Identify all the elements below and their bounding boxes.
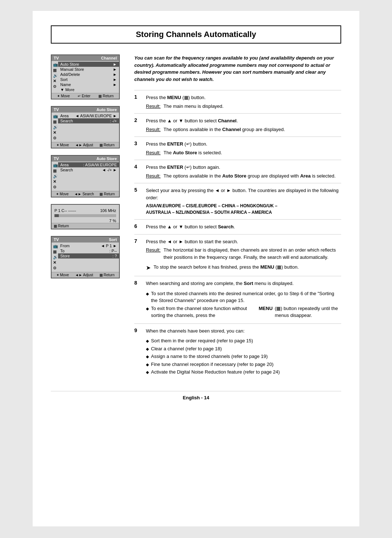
menu3-footer: ✦ Move ◄► Search ▦ Return <box>52 191 119 197</box>
step-6-main: Press the ▲ or ▼ button to select Search… <box>146 224 235 229</box>
menu1-footer: ✦ Move ↵ Enter ▦ Return <box>52 93 119 99</box>
step-7-main: Press the ◄ or ► button to start the sea… <box>146 239 238 244</box>
step-1-main: Press the MENU (▦) button. <box>146 95 205 100</box>
step-2-content: Press the ▲ or ▼ button to select Channe… <box>146 117 341 133</box>
icon-x: ✕ <box>53 79 57 83</box>
step-2-result: Result: The options available in the Cha… <box>146 126 341 133</box>
icon-tv2: 📺 <box>53 114 57 119</box>
menu5-row-to: To: P-- <box>58 248 119 253</box>
step-9-number: 9 <box>134 327 142 376</box>
step-8-content: When searching and storing are complete,… <box>146 280 341 320</box>
step-9-main: When the channels have been stored, you … <box>146 328 245 334</box>
step-1-content: Press the MENU (▦) button. Result: The m… <box>146 94 341 110</box>
step-7-note: ➤ To stop the search before it has finis… <box>146 264 341 272</box>
menu3-header: TV Auto Store <box>52 156 119 162</box>
step-7: 7 Press the ◄ or ► button to start the s… <box>134 234 341 276</box>
menu2-body: 📺 ▦ 🔊 ✕ ⚙ Area◄ ASIA/W.EUROPE ► Search: <box>52 113 119 142</box>
icon-gear2: ⚙ <box>53 136 57 140</box>
step-3-result-text: The Auto Store is selected. <box>163 149 222 156</box>
menu1-row-autostore: Auto Store► <box>58 62 119 67</box>
progress-label: P 1 C-- ------ <box>54 208 76 213</box>
step-1: 1 Press the MENU (▦) button. Result: The… <box>134 90 341 113</box>
step-4-result: Result: The options available in the Aut… <box>146 172 341 180</box>
step-8-bullets: To sort the stored channels into the des… <box>146 290 341 319</box>
step-5-number: 5 <box>134 187 142 216</box>
icon-sound2: 🔊 <box>53 125 57 130</box>
tv-menu-3: TV Auto Store 📺 ▦ 🔊 ✕ ⚙ <box>51 155 120 197</box>
step-1-result: Result: The main menu is displayed. <box>146 103 341 110</box>
step-5-main: Select your area by pressing the ◄ or ► … <box>146 188 339 200</box>
step-6-content: Press the ▲ or ▼ button to select Search… <box>146 223 341 231</box>
menu1-body: 📺 ▦ 🔊 ✕ ⚙ Auto Store► Manual Store► <box>52 61 119 93</box>
step-4-result-text: The options available in the Auto Store … <box>163 172 335 180</box>
icon-tv3: 📺 <box>53 163 57 168</box>
menu5-header: TV Sort <box>52 237 119 242</box>
step-3-content: Press the ENTER (↵) button. Result: The … <box>146 140 341 156</box>
step-4-result-label: Result: <box>146 172 160 180</box>
step-7-number: 7 <box>134 238 142 273</box>
step-9-bullet-2: Clear a channel (refer to page 18) <box>146 345 341 352</box>
step-6-number: 6 <box>134 223 142 231</box>
step-3-result-label: Result: <box>146 149 160 156</box>
left-column: TV Channel 📺 ▦ 🔊 ✕ ⚙ <box>51 54 123 380</box>
step-6: 6 Press the ▲ or ▼ button to select Sear… <box>134 219 341 234</box>
icon-x5: ✕ <box>53 260 57 265</box>
step-8: 8 When searching and storing are complet… <box>134 276 341 323</box>
page-footer-text: English - 14 <box>183 395 209 400</box>
menu2-footer: ✦ Move ◄► Adjust ▦ Return <box>52 142 119 148</box>
tv-menu-5: TV Sort 📺 ▦ 🔊 ✕ ⚙ F <box>51 236 120 278</box>
step-2-result-text: The options available in the Channel gro… <box>163 126 285 133</box>
progress-top: P 1 C-- ------ 106 MHz <box>54 208 116 213</box>
step-1-number: 1 <box>134 94 142 110</box>
step-4-content: Press the ENTER (↵) button again. Result… <box>146 164 341 179</box>
step-8-main: When searching and storing are complete,… <box>146 281 294 286</box>
step-3: 3 Press the ENTER (↵) button. Result: Th… <box>134 136 341 160</box>
menu5-footer: ✦ Move ◄► Adjust ▦ Return <box>52 272 119 278</box>
tv-menu-1: TV Channel 📺 ▦ 🔊 ✕ ⚙ <box>51 54 120 99</box>
menu3-header-left: TV <box>54 156 59 161</box>
step-2-result-label: Result: <box>146 126 160 133</box>
icon-x3: ✕ <box>53 179 57 184</box>
step-9-bullet-3: Assign a name to the stored channels (re… <box>146 353 341 360</box>
step-2-number: 2 <box>134 117 142 133</box>
step-9-bullet-5: Activate the Digital Noise Reduction fea… <box>146 368 341 376</box>
progress-box: P 1 C-- ------ 106 MHz 7 % ▦ Return <box>51 204 120 229</box>
tv-menu-2: TV Auto Store 📺 ▦ 🔊 ✕ ⚙ <box>51 106 120 148</box>
menu5-row-store: Store: ? <box>58 253 119 258</box>
icon-gear3: ⚙ <box>53 185 57 189</box>
step-4: 4 Press the ENTER (↵) button again. Resu… <box>134 160 341 183</box>
step-9-bullet-1: Sort them in the order required (refer t… <box>146 337 341 345</box>
step-8-bullet-1: To sort the stored channels into the des… <box>146 290 341 304</box>
step-3-number: 3 <box>134 140 142 156</box>
menu1-header-right: Channel <box>101 56 117 60</box>
step-9-bullet-4: Fine tune channel reception if necessary… <box>146 361 341 368</box>
icon-sound5: 🔊 <box>53 255 57 260</box>
page-title: Storing Channels Automatically <box>51 25 341 44</box>
icon-grid3: ▦ <box>53 168 57 173</box>
icon-grid: ▦ <box>53 68 57 73</box>
menu5-header-left: TV <box>54 237 59 242</box>
icon-gear: ⚙ <box>53 84 57 89</box>
menu3-body: 📺 ▦ 🔊 ✕ ⚙ Area: ASIA/W.EUROPE Search◄ - <box>52 162 119 191</box>
right-column: You can scan for the frequency ranges av… <box>134 54 341 380</box>
progress-freq: 106 MHz <box>100 208 116 213</box>
icon-sound3: 🔊 <box>53 174 57 179</box>
menu2-header: TV Auto Store <box>52 107 119 113</box>
menu1-row-adddelete: Add/Delete► <box>58 72 119 77</box>
menu1-row-manualstore: Manual Store► <box>58 67 119 72</box>
page-container: Storing Channels Automatically TV Channe… <box>33 11 359 526</box>
step-5-content: Select your area by pressing the ◄ or ► … <box>146 187 341 216</box>
step-9-content: When the channels have been stored, you … <box>146 327 341 376</box>
step-2-main: Press the ▲ or ▼ button to select Channe… <box>146 118 238 123</box>
step-2: 2 Press the ▲ or ▼ button to select Chan… <box>134 113 341 136</box>
menu1-row-name: Name► <box>58 82 119 87</box>
step-3-result: Result: The Auto Store is selected. <box>146 149 341 156</box>
menu2-row-area: Area◄ ASIA/W.EUROPE ► <box>58 113 119 118</box>
icon-sound: 🔊 <box>53 73 57 78</box>
arrow-icon: ➤ <box>146 264 151 272</box>
menu1-header-left: TV <box>54 56 59 60</box>
menu5-header-right: Sort <box>109 237 117 242</box>
step-5-countries: ASIA/W.EUROPE – CIS/E.EUROPE – CHINA – H… <box>146 203 341 216</box>
icon-grid2: ▦ <box>53 119 57 124</box>
menu1-row-sort: Sort► <box>58 77 119 82</box>
